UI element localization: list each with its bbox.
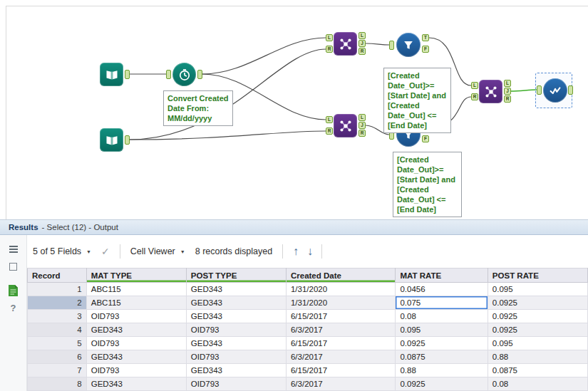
column-header[interactable]: Created Date [286,269,395,283]
data-cell[interactable]: GED343 [86,377,186,391]
join-input-left-port[interactable]: L [326,116,333,123]
arrow-down-icon[interactable]: ↓ [307,246,313,257]
join-output-right-port[interactable]: R [504,95,511,103]
join-input-right-port[interactable]: R [471,93,478,100]
data-cell[interactable]: 1/31/2020 [286,283,395,296]
join-input-left-port[interactable]: L [471,82,478,89]
data-cell[interactable]: 0.0875 [488,364,587,377]
list-icon[interactable] [6,242,21,256]
data-cell[interactable]: 1/31/2020 [286,296,395,310]
workflow-canvas[interactable]: Convert Created Date From: MM/dd/yyyy L … [0,0,588,219]
join-tool-2[interactable] [334,114,357,137]
data-cell[interactable]: 0.0925 [488,310,587,323]
data-cell[interactable]: OID793 [186,377,286,391]
input-anchor[interactable] [537,85,542,95]
data-cell[interactable]: GED343 [186,310,286,323]
data-cell[interactable]: OID793 [186,323,286,337]
filter-bottom-annotation[interactable]: [Created Date_Out]>= [Start Date] and [C… [393,152,462,217]
column-header[interactable]: POST RATE [488,269,587,283]
data-cell[interactable]: GED343 [186,283,286,296]
data-cell[interactable]: 6/15/2017 [286,364,395,377]
record-cell[interactable]: 2 [28,296,87,310]
select-tool[interactable] [543,78,567,103]
help-icon[interactable]: ? [6,301,21,315]
output-anchor[interactable] [125,70,130,79]
data-cell[interactable]: 0.095 [488,337,587,350]
square-icon[interactable] [6,259,21,273]
join-output-right-port[interactable]: R [359,130,366,137]
join-output-left-port[interactable]: L [359,114,366,121]
data-cell[interactable]: 6/3/2017 [286,377,395,391]
data-cell[interactable]: 0.88 [488,350,587,364]
join-input-left-port[interactable]: L [326,34,333,41]
join-output-right-port[interactable]: R [359,48,366,55]
column-header[interactable]: POST TYPE [186,269,286,283]
input-data-tool-1[interactable] [100,63,123,86]
data-cell[interactable]: GED343 [86,350,186,364]
data-cell[interactable]: OID793 [86,337,186,350]
data-file-icon[interactable] [6,283,21,298]
record-cell[interactable]: 5 [28,337,87,350]
join-output-left-port[interactable]: L [504,80,511,87]
join-input-right-port[interactable]: R [326,46,333,53]
arrow-up-icon[interactable]: ↑ [293,246,299,257]
record-cell[interactable]: 1 [28,283,87,296]
data-cell[interactable]: 0.88 [396,364,488,377]
filter-true-port[interactable]: T [422,34,429,41]
data-cell[interactable]: 0.095 [488,283,587,296]
column-header[interactable]: MAT TYPE [86,269,186,283]
data-cell[interactable]: GED343 [86,323,186,337]
data-cell[interactable]: 6/3/2017 [286,323,395,337]
data-cell[interactable]: OID793 [86,364,186,377]
data-cell[interactable]: 0.0925 [488,296,587,310]
join-output-join-port[interactable]: J [359,40,366,47]
join-tool-3[interactable] [479,80,502,103]
data-cell[interactable]: 6/15/2017 [286,337,395,350]
column-header[interactable]: MAT RATE [396,269,488,283]
join-output-left-port[interactable]: L [359,32,366,39]
data-cell[interactable]: 0.0925 [488,323,587,337]
filter-false-port[interactable]: F [422,135,429,142]
record-cell[interactable]: 4 [28,323,87,337]
datetime-tool[interactable] [172,63,196,86]
cell-viewer-dropdown[interactable]: Cell Viewer ▼ [130,246,185,256]
record-cell[interactable]: 7 [28,364,87,377]
data-cell[interactable]: 0.0456 [396,283,488,296]
column-header[interactable]: Record [28,269,87,283]
join-input-right-port[interactable]: R [326,127,333,135]
data-cell[interactable]: OID793 [86,310,186,323]
input-anchor[interactable] [166,70,171,79]
datetime-annotation[interactable]: Convert Created Date From: MM/dd/yyyy [163,90,233,126]
data-cell[interactable]: 0.0925 [396,377,488,391]
record-cell[interactable]: 3 [28,310,87,323]
data-cell[interactable]: OID793 [186,350,286,364]
fields-dropdown[interactable]: 5 of 5 Fields ▼ [33,246,91,256]
filter-tool-1[interactable] [396,33,421,57]
input-data-tool-2[interactable] [100,128,123,152]
data-cell[interactable]: 6/3/2017 [286,350,395,364]
filter-top-annotation[interactable]: [Created Date_Out]>= [Start Date] and [C… [383,68,451,133]
data-cell[interactable]: 0.075 [396,296,488,310]
output-anchor[interactable] [568,85,573,95]
data-cell[interactable]: 0.08 [396,310,488,323]
filter-false-port[interactable]: F [422,46,429,53]
record-cell[interactable]: 6 [28,350,87,364]
data-cell[interactable]: GED343 [186,364,286,377]
data-cell[interactable]: 0.0925 [396,337,488,350]
data-cell[interactable]: ABC115 [86,296,186,310]
join-output-join-port[interactable]: J [504,88,511,95]
data-cell[interactable]: 0.0875 [396,350,488,364]
output-anchor[interactable] [125,135,130,145]
record-cell[interactable]: 8 [28,377,87,391]
join-tool-1[interactable] [334,32,357,56]
data-cell[interactable]: 0.095 [396,323,488,337]
check-icon[interactable]: ✓ [101,246,110,257]
data-cell[interactable]: 6/15/2017 [286,310,395,323]
data-cell[interactable]: GED343 [186,296,286,310]
output-anchor[interactable] [197,70,202,79]
join-output-join-port[interactable]: J [359,122,366,129]
data-cell[interactable]: GED343 [186,337,286,350]
data-cell[interactable]: ABC115 [86,283,186,296]
data-cell[interactable]: 0.08 [488,377,587,391]
input-anchor[interactable] [389,41,394,50]
